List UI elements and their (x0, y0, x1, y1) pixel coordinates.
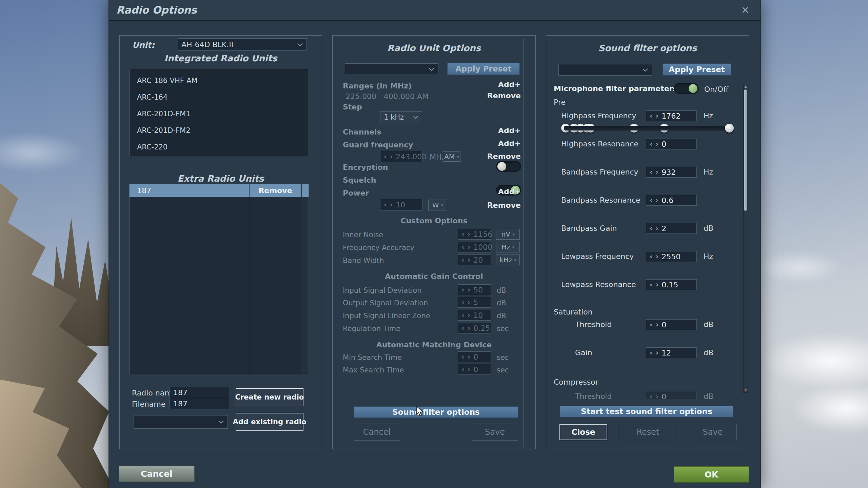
frequency-accuracy-unit-dropdown[interactable]: Hz ▾ (496, 242, 520, 252)
band-width-unit-dropdown[interactable]: kHz ▾ (496, 255, 520, 265)
increment-icon[interactable]: › (656, 321, 659, 328)
increment-icon[interactable]: › (656, 393, 659, 400)
regulation-time-spinner[interactable]: ‹ › 0.25 (458, 323, 491, 333)
guard-frequency-spinner[interactable]: ‹ › 243.000 (380, 151, 423, 162)
radio-name-input[interactable] (170, 387, 230, 398)
decrement-icon[interactable]: ‹ (650, 349, 653, 357)
min-search-time-spinner[interactable]: ‹ › 0 (458, 351, 491, 362)
increment-icon[interactable]: › (468, 257, 471, 264)
decrement-icon[interactable]: ‹ (384, 153, 387, 160)
dialog-ok-button[interactable]: OK (674, 466, 749, 483)
decrement-icon[interactable]: ‹ (461, 312, 465, 319)
table-row[interactable]: 187 Remove (130, 184, 309, 197)
output-signal-deviation-spinner[interactable]: ‹ › 5 (458, 297, 491, 308)
list-item[interactable]: ARC-220 (130, 139, 309, 156)
increment-icon[interactable]: › (656, 281, 659, 288)
list-item[interactable]: ARC-186-VHF-AM (130, 73, 309, 89)
slider-track[interactable] (564, 126, 731, 130)
decrement-icon[interactable]: ‹ (461, 286, 465, 293)
radio-cancel-button[interactable]: Cancel (354, 424, 400, 441)
increment-icon[interactable]: › (468, 299, 471, 306)
increment-icon[interactable]: › (468, 286, 471, 293)
filter-value-spinner[interactable]: ‹ › 1762 (646, 110, 697, 121)
increment-icon[interactable]: › (656, 225, 659, 232)
table-scroll-track[interactable] (301, 197, 308, 374)
encryption-toggle[interactable] (496, 161, 521, 172)
integrated-radio-list[interactable]: ARC-186-VHF-AM ARC-164 ARC-201D-FM1 ARC-… (129, 69, 309, 156)
decrement-icon[interactable]: ‹ (650, 141, 653, 148)
scroll-down-icon[interactable]: ▼ (744, 388, 748, 392)
filter-value-spinner[interactable]: ‹ › 0 (646, 139, 697, 149)
radio-preset-dropdown[interactable] (345, 63, 438, 75)
decrement-icon[interactable]: ‹ (650, 225, 653, 232)
remove-range-button[interactable]: Remove (487, 92, 521, 100)
input-signal-deviation-spinner[interactable]: ‹ › 50 (458, 284, 491, 295)
decrement-icon[interactable]: ‹ (384, 201, 387, 208)
toggle-knob[interactable] (689, 84, 697, 93)
add-guard-frequency-button[interactable]: Add+ (498, 139, 521, 148)
unit-dropdown[interactable]: AH-64D BLK.II (178, 38, 307, 50)
scrollbar-thumb[interactable] (744, 89, 747, 211)
filter-value-spinner[interactable]: ‹ › 932 (646, 167, 697, 178)
frequency-accuracy-spinner[interactable]: ‹ › 1000 (458, 242, 491, 252)
filter-reset-button[interactable]: Reset (619, 424, 677, 440)
increment-icon[interactable]: › (468, 312, 471, 319)
increment-icon[interactable]: › (468, 325, 471, 332)
increment-icon[interactable]: › (468, 244, 471, 251)
start-test-sound-filter-button[interactable]: Start test sound filter options (560, 406, 733, 417)
create-new-radio-button[interactable]: Create new radio (236, 388, 303, 406)
step-dropdown[interactable]: 1 kHz (380, 111, 422, 123)
toggle-knob[interactable] (497, 162, 506, 171)
decrement-icon[interactable]: ‹ (650, 321, 653, 328)
remove-extra-radio-button[interactable]: Remove (250, 184, 301, 197)
increment-icon[interactable]: › (656, 169, 659, 176)
max-search-time-spinner[interactable]: ‹ › 0 (458, 364, 491, 375)
dialog-cancel-button[interactable]: Cancel (119, 466, 195, 482)
increment-icon[interactable]: › (390, 201, 393, 208)
filter-value-spinner[interactable]: ‹ › 0.15 (646, 279, 697, 290)
slider-knob[interactable] (725, 124, 734, 133)
close-icon[interactable]: × (739, 3, 752, 16)
add-power-button[interactable]: Add+ (498, 187, 521, 196)
filter-scrollbar[interactable]: ▲ ▼ (743, 84, 748, 393)
add-existing-radio-button[interactable]: Add existing radio (236, 413, 303, 431)
increment-icon[interactable]: › (468, 366, 471, 373)
filter-slider[interactable] (564, 124, 731, 133)
filter-value-spinner[interactable]: ‹ › 12 (646, 347, 697, 358)
band-width-spinner[interactable]: ‹ › 20 (458, 255, 491, 265)
list-item[interactable]: ARC-201D-FM2 (130, 122, 309, 139)
filter-value-spinner[interactable]: ‹ › 2 (646, 223, 697, 234)
decrement-icon[interactable]: ‹ (461, 299, 465, 306)
decrement-icon[interactable]: ‹ (461, 231, 465, 238)
radio-save-button[interactable]: Save (472, 424, 518, 441)
guard-modulation-dropdown[interactable]: AM ▾ (443, 151, 460, 162)
decrement-icon[interactable]: ‹ (650, 393, 653, 400)
microphone-filter-toggle[interactable] (674, 83, 699, 94)
decrement-icon[interactable]: ‹ (650, 169, 653, 176)
filter-value-spinner[interactable]: ‹ › 0.6 (646, 195, 697, 206)
filter-value-spinner[interactable]: ‹ › 0 (646, 319, 697, 330)
filter-save-button[interactable]: Save (689, 424, 737, 440)
power-unit-dropdown[interactable]: W ▾ (428, 200, 447, 210)
decrement-icon[interactable]: ‹ (461, 325, 465, 332)
decrement-icon[interactable]: ‹ (650, 253, 653, 260)
increment-icon[interactable]: › (468, 231, 471, 238)
filter-value-spinner[interactable]: ‹ › 2550 (646, 251, 697, 262)
filter-value-spinner[interactable]: ‹ › 0 (646, 391, 697, 399)
increment-icon[interactable]: › (656, 197, 659, 204)
decrement-icon[interactable]: ‹ (650, 113, 653, 120)
filename-input[interactable] (170, 398, 230, 409)
filter-close-button[interactable]: Close (559, 424, 607, 440)
increment-icon[interactable]: › (468, 353, 471, 361)
decrement-icon[interactable]: ‹ (461, 257, 465, 264)
extra-radio-table[interactable]: 187 Remove (129, 184, 309, 374)
existing-radio-dropdown[interactable] (134, 415, 228, 429)
decrement-icon[interactable]: ‹ (650, 197, 653, 204)
increment-icon[interactable]: › (390, 153, 393, 160)
increment-icon[interactable]: › (656, 141, 659, 148)
list-item[interactable]: ARC-201D-FM1 (130, 106, 309, 122)
inner-noise-unit-dropdown[interactable]: nV ▾ (496, 229, 520, 240)
decrement-icon[interactable]: ‹ (461, 366, 465, 373)
filter-preset-dropdown[interactable] (558, 64, 652, 76)
add-channel-button[interactable]: Add+ (498, 126, 521, 135)
